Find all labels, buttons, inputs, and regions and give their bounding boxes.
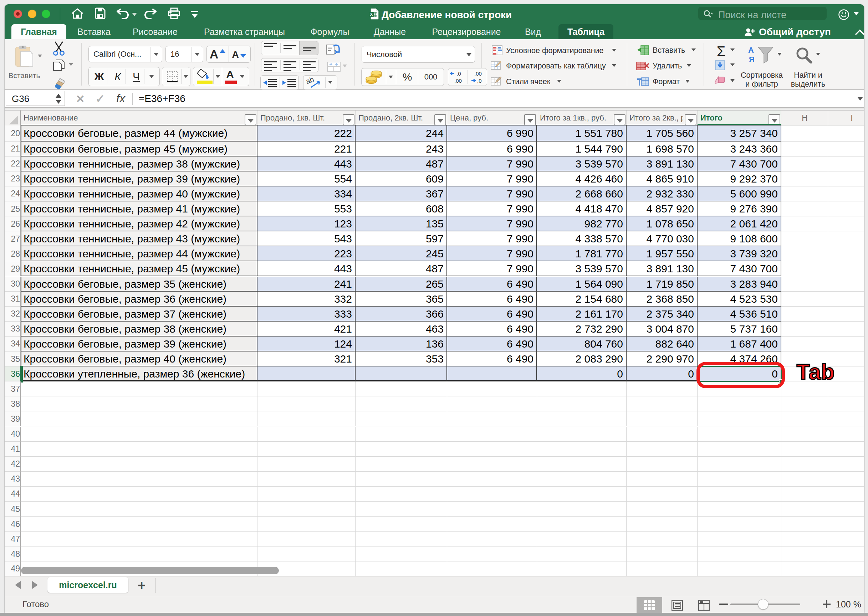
- svg-text:А: А: [748, 46, 754, 55]
- svg-text:,0: ,0: [477, 78, 482, 84]
- svg-text:,0: ,0: [456, 71, 461, 77]
- svg-text:,00: ,00: [454, 78, 462, 84]
- svg-text:,00: ,00: [474, 71, 482, 77]
- svg-text:ab: ab: [306, 77, 315, 85]
- svg-text:X: X: [370, 12, 373, 16]
- svg-text:Я: Я: [749, 55, 755, 63]
